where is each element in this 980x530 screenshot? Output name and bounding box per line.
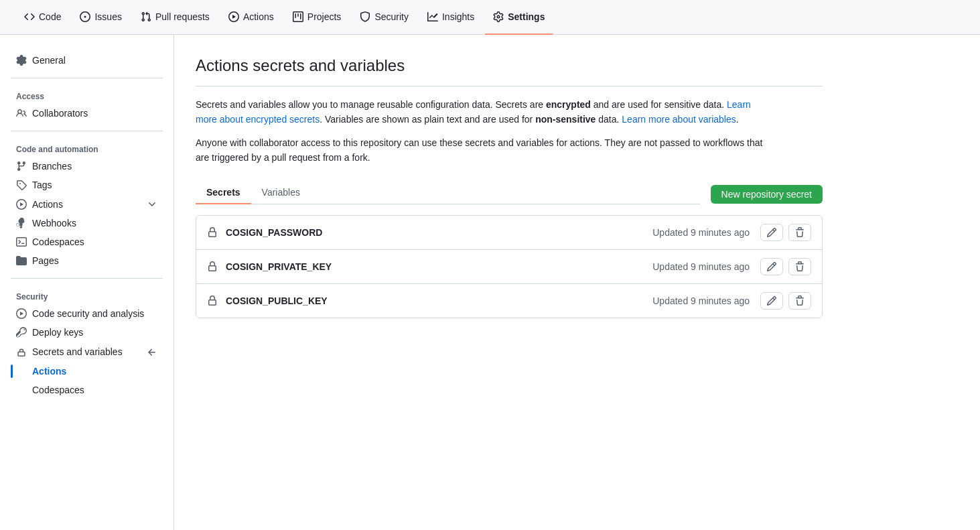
nav-settings[interactable]: Settings [485,0,553,35]
desc-text-3: . Variables are shown as plain text and … [320,114,535,125]
delete-secret-button-1[interactable] [788,258,811,275]
title-divider [196,86,823,86]
desc-text-4: data. [596,114,622,125]
secrets-list: COSIGN_PASSWORD Updated 9 minutes ago CO… [196,215,823,318]
sidebar-sub-item-codespaces[interactable]: Codespaces [11,381,163,399]
actions-chevron-icon [147,198,157,210]
desc-text-5: . [736,114,739,125]
sidebar-item-deploy-keys[interactable]: Deploy keys [11,323,163,342]
edit-secret-button-1[interactable] [760,258,783,275]
nav-issues[interactable]: Issues [72,0,129,35]
code-icon [24,11,35,22]
collaborators-icon [16,108,27,119]
lock-icon-0 [207,227,218,238]
sidebar-secrets-label: Secrets and variables [32,346,123,357]
sidebar-sub-item-actions[interactable]: Actions [11,362,163,381]
sidebar-divider-3 [11,278,163,279]
nav-pull-requests[interactable]: Pull requests [133,0,218,35]
new-repository-secret-button[interactable]: New repository secret [711,185,823,204]
nav-issues-label: Issues [94,11,121,22]
sidebar-access-heading: Access [11,86,163,104]
sidebar-item-webhooks[interactable]: Webhooks [11,214,163,233]
sidebar-item-secrets-variables[interactable]: Secrets and variables [11,342,163,361]
desc-bold-1: encrypted [546,99,591,110]
sidebar-actions-label: Actions [32,199,63,210]
tab-secrets-label: Secrets [206,187,240,198]
sidebar-branches-label: Branches [32,161,72,172]
sidebar-item-general[interactable]: General [11,51,163,70]
edit-secret-button-2[interactable] [760,292,783,310]
sidebar-sub-actions-label: Actions [32,366,66,377]
sidebar-item-collaborators[interactable]: Collaborators [11,104,163,123]
webhooks-icon [16,218,27,228]
actions-sidebar-icon [16,199,27,210]
sidebar-deploy-keys-label: Deploy keys [32,327,83,338]
sidebar-access-section: Access Collaborators [11,86,163,123]
settings-icon [493,11,504,22]
actions-icon [228,11,239,22]
desc-bold-2: non-sensitive [535,114,596,125]
nav-insights[interactable]: Insights [419,0,482,35]
pull-requests-icon [141,11,151,22]
secrets-chevron-icon [147,346,157,357]
description-line2: Anyone with collaborator access to this … [196,135,772,165]
secret-row: COSIGN_PASSWORD Updated 9 minutes ago [196,216,822,250]
sidebar-item-pages[interactable]: Pages [11,251,163,270]
lock-icon-1 [207,261,218,272]
sidebar-security-heading: Security [11,287,163,304]
sidebar-item-branches[interactable]: Branches [11,157,163,176]
sidebar-pages-label: Pages [32,255,59,266]
description-box: Secrets and variables allow you to manag… [196,97,772,165]
tab-variables-label: Variables [262,187,300,198]
sidebar-item-actions[interactable]: Actions [11,194,163,214]
delete-secret-button-2[interactable] [788,292,811,310]
sidebar-general-label: General [32,55,66,66]
delete-secret-button-0[interactable] [788,224,811,241]
nav-pull-requests-label: Pull requests [155,11,210,22]
secret-actions-1 [760,258,811,275]
lock-icon-2 [207,295,218,306]
description-line1: Secrets and variables allow you to manag… [196,97,772,127]
nav-projects[interactable]: Projects [285,0,350,35]
secret-name-0: COSIGN_PASSWORD [226,227,652,238]
insights-icon [427,11,438,22]
nav-code[interactable]: Code [16,0,69,35]
sidebar-automation-section: Code and automation Branches Tags Action… [11,139,163,270]
projects-icon [293,11,303,22]
main-content: Actions secrets and variables Secrets an… [174,35,844,530]
branches-icon [16,161,27,172]
edit-secret-button-0[interactable] [760,224,783,241]
nav-insights-label: Insights [442,11,474,22]
secret-actions-0 [760,224,811,241]
top-navigation: Code Issues Pull requests Actions Projec… [0,0,980,35]
codespaces-icon [16,237,27,247]
sidebar: General Access Collaborators Code and au… [0,35,174,530]
pages-icon [16,255,27,266]
secret-name-1: COSIGN_PRIVATE_KEY [226,261,652,272]
desc-text-1: Secrets and variables allow you to manag… [196,99,546,110]
secret-updated-2: Updated 9 minutes ago [652,295,750,306]
link-variables[interactable]: Learn more about variables [622,114,736,125]
sidebar-codespaces-label: Codespaces [32,237,84,247]
main-layout: General Access Collaborators Code and au… [0,35,980,530]
sidebar-tags-label: Tags [32,180,52,190]
nav-code-label: Code [39,11,61,22]
sidebar-item-code-security[interactable]: Code security and analysis [11,304,163,323]
code-security-icon [16,308,27,319]
page-title: Actions secrets and variables [196,56,823,75]
sidebar-webhooks-label: Webhooks [32,218,76,228]
secrets-icon [16,346,27,357]
tab-secrets[interactable]: Secrets [196,182,251,204]
tab-variables[interactable]: Variables [251,182,311,204]
nav-security[interactable]: Security [352,0,417,35]
tabs-container: Secrets Variables [196,182,700,204]
security-icon [360,11,370,22]
sidebar-item-codespaces[interactable]: Codespaces [11,233,163,251]
nav-actions[interactable]: Actions [220,0,282,35]
deploy-keys-icon [16,327,27,338]
tags-icon [16,180,27,190]
secret-updated-1: Updated 9 minutes ago [652,261,750,272]
nav-security-label: Security [374,11,409,22]
sidebar-item-tags[interactable]: Tags [11,176,163,194]
nav-projects-label: Projects [307,11,342,22]
